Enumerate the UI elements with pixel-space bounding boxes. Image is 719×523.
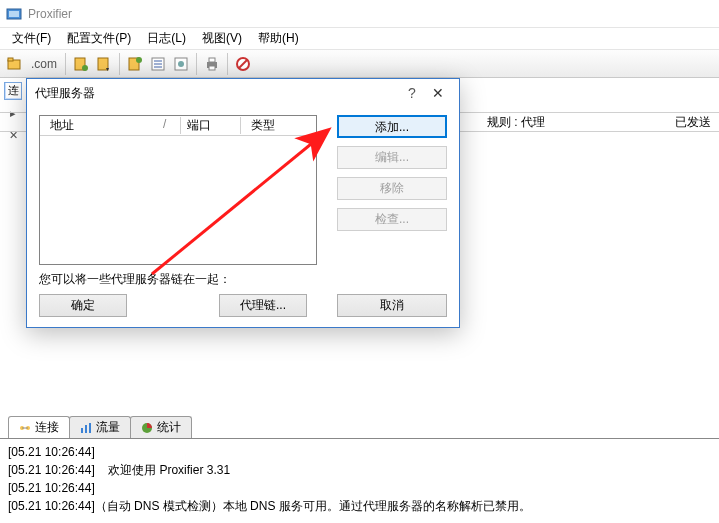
svg-rect-26 <box>89 423 91 433</box>
main-titlebar: Proxifier <box>0 0 719 28</box>
help-icon[interactable]: ? <box>399 85 425 101</box>
connections-icon <box>19 422 31 434</box>
menu-help[interactable]: 帮助(H) <box>250 28 307 49</box>
log-line: [05.21 10:26:44]（自动 DNS 模式检测）本地 DNS 服务可用… <box>8 497 711 515</box>
svg-rect-16 <box>209 58 215 62</box>
edit-button: 编辑... <box>337 146 447 169</box>
menu-log[interactable]: 日志(L) <box>139 28 194 49</box>
add-button[interactable]: 添加... <box>337 115 447 138</box>
col-address[interactable]: 地址 <box>40 117 180 134</box>
svg-point-8 <box>136 57 142 63</box>
tab-connections[interactable]: 连接 <box>8 416 70 438</box>
dialog-body: 地址 端口 类型 添加... 编辑... 移除 检查... 您可以将一些代理服务… <box>27 107 459 327</box>
tb-open-icon[interactable] <box>4 53 26 75</box>
log-line: [05.21 10:26:44] <box>8 479 711 497</box>
col-port[interactable]: 端口 <box>180 117 240 134</box>
dialog-title: 代理服务器 <box>35 85 399 102</box>
tb-stop-icon[interactable] <box>232 53 254 75</box>
check-button: 检查... <box>337 208 447 231</box>
col-type[interactable]: 类型 <box>240 117 316 134</box>
svg-rect-24 <box>81 428 83 433</box>
tab-stats[interactable]: 统计 <box>130 416 192 438</box>
connection-label: 连 <box>6 83 21 98</box>
toolbar: .com <box>0 50 719 78</box>
tb-add-profile-icon[interactable] <box>124 53 146 75</box>
log-line: [05.21 10:26:44] 欢迎使用 Proxifier 3.31 <box>8 461 711 479</box>
svg-rect-25 <box>85 425 87 433</box>
log-area[interactable]: [05.21 10:26:44] [05.21 10:26:44] 欢迎使用 P… <box>0 438 719 523</box>
dialog-titlebar[interactable]: 代理服务器 ? ✕ <box>27 79 459 107</box>
menu-file[interactable]: 文件(F) <box>4 28 59 49</box>
traffic-icon <box>80 422 92 434</box>
tb-sep3 <box>196 53 197 75</box>
tb-profile2-icon[interactable] <box>93 53 115 75</box>
chain-button[interactable]: 代理链... <box>219 294 307 317</box>
tab-traffic-label: 流量 <box>96 419 120 436</box>
tb-sep <box>65 53 66 75</box>
close-icon[interactable]: ✕ <box>425 85 451 101</box>
app-title: Proxifier <box>28 7 72 21</box>
tb-print-icon[interactable] <box>201 53 223 75</box>
dialog-button-column: 添加... 编辑... 移除 检查... <box>337 115 447 231</box>
proxy-list[interactable]: 地址 端口 类型 <box>39 115 317 265</box>
tb-sep2 <box>119 53 120 75</box>
tb-sep4 <box>227 53 228 75</box>
svg-rect-1 <box>9 11 19 17</box>
ok-button[interactable]: 确定 <box>39 294 127 317</box>
menu-view[interactable]: 视图(V) <box>194 28 250 49</box>
tab-stats-label: 统计 <box>157 419 181 436</box>
cancel-button[interactable]: 取消 <box>337 294 447 317</box>
proxy-list-header: 地址 端口 类型 <box>40 116 316 136</box>
tab-connections-label: 连接 <box>35 419 59 436</box>
menubar: 文件(F) 配置文件(P) 日志(L) 视图(V) 帮助(H) <box>0 28 719 50</box>
remove-button: 移除 <box>337 177 447 200</box>
tb-list-icon[interactable] <box>147 53 169 75</box>
proxy-servers-dialog: 代理服务器 ? ✕ 地址 端口 类型 添加... 编辑... 移除 检查... … <box>26 78 460 328</box>
chain-hint: 您可以将一些代理服务器链在一起： <box>39 271 307 288</box>
app-icon <box>6 6 22 22</box>
menu-profile[interactable]: 配置文件(P) <box>59 28 139 49</box>
tb-profile-icon[interactable] <box>70 53 92 75</box>
tab-traffic[interactable]: 流量 <box>69 416 131 438</box>
stats-icon <box>141 422 153 434</box>
bottom-tabs: 连接 流量 统计 <box>8 416 191 438</box>
svg-rect-17 <box>209 66 215 70</box>
tb-settings-icon[interactable] <box>170 53 192 75</box>
svg-rect-3 <box>8 58 13 61</box>
rules-label: 规则 : 代理 <box>487 114 545 131</box>
sent-label: 已发送 <box>675 114 711 131</box>
svg-point-5 <box>82 65 88 71</box>
tb-com[interactable]: .com <box>27 53 61 75</box>
svg-point-14 <box>178 61 184 67</box>
log-line: [05.21 10:26:44] <box>8 443 711 461</box>
